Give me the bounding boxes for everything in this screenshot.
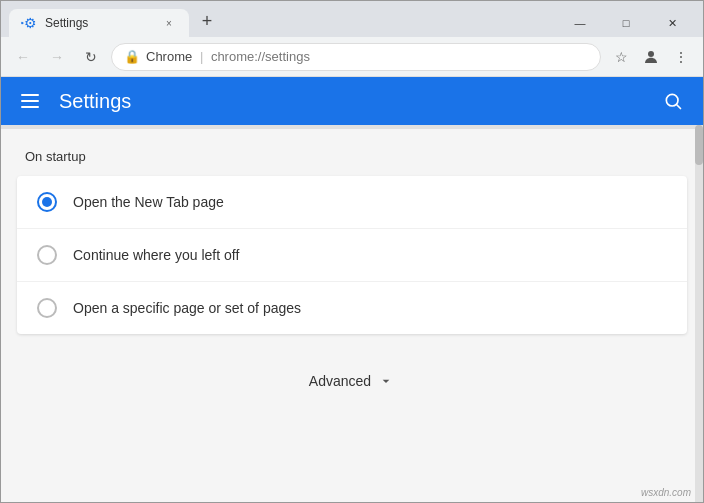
option-specific-page[interactable]: Open a specific page or set of pages (17, 282, 687, 334)
title-bar: ⚙ Settings × + — □ ✕ (1, 1, 703, 37)
settings-header: Settings (1, 77, 703, 125)
account-button[interactable] (637, 43, 665, 71)
svg-line-2 (677, 105, 681, 109)
new-tab-button[interactable]: + (193, 7, 221, 35)
scroll-indicator (1, 125, 703, 129)
option-new-tab-label: Open the New Tab page (73, 194, 224, 210)
window-controls: — □ ✕ (549, 1, 703, 37)
tab-close-btn[interactable]: × (161, 15, 177, 31)
address-bar[interactable]: 🔒 Chrome | chrome://settings (111, 43, 601, 71)
radio-new-tab[interactable] (37, 192, 57, 212)
browser-window: ⚙ Settings × + — □ ✕ ← → ↻ 🔒 Chrome | ch… (0, 0, 704, 503)
scrollbar-track[interactable] (695, 125, 703, 502)
scrollbar-thumb[interactable] (695, 125, 703, 165)
watermark: wsxdn.com (641, 487, 691, 498)
startup-options-card: Open the New Tab page Continue where you… (17, 176, 687, 334)
address-text: Chrome | chrome://settings (146, 49, 588, 64)
minimize-button[interactable]: — (557, 9, 603, 37)
close-button[interactable]: ✕ (649, 9, 695, 37)
advanced-button[interactable]: Advanced (293, 364, 411, 398)
address-separator: | (200, 49, 203, 64)
back-button[interactable]: ← (9, 43, 37, 71)
toolbar: ← → ↻ 🔒 Chrome | chrome://settings ☆ ⋮ (1, 37, 703, 77)
page-content: On startup Open the New Tab page Continu… (1, 125, 703, 502)
radio-continue[interactable] (37, 245, 57, 265)
address-url: chrome://settings (211, 49, 310, 64)
on-startup-section-title: On startup (1, 129, 703, 176)
forward-button[interactable]: → (43, 43, 71, 71)
tabs-area: ⚙ Settings × + (1, 1, 549, 37)
bookmark-button[interactable]: ☆ (607, 43, 635, 71)
option-specific-page-label: Open a specific page or set of pages (73, 300, 301, 316)
option-continue-label: Continue where you left off (73, 247, 239, 263)
tab-title: Settings (45, 16, 153, 30)
active-tab[interactable]: ⚙ Settings × (9, 9, 189, 37)
radio-specific-page[interactable] (37, 298, 57, 318)
maximize-button[interactable]: □ (603, 9, 649, 37)
chrome-menu-button[interactable]: ⋮ (667, 43, 695, 71)
advanced-section: Advanced (1, 334, 703, 418)
site-icon: 🔒 (124, 49, 140, 64)
chevron-down-icon (377, 372, 395, 390)
advanced-button-label: Advanced (309, 373, 371, 389)
settings-search-icon[interactable] (659, 87, 687, 115)
option-new-tab[interactable]: Open the New Tab page (17, 176, 687, 229)
option-continue[interactable]: Continue where you left off (17, 229, 687, 282)
tab-favicon: ⚙ (21, 15, 37, 31)
hamburger-menu-icon[interactable] (17, 90, 43, 112)
toolbar-actions: ☆ ⋮ (607, 43, 695, 71)
svg-point-0 (648, 51, 654, 57)
site-name: Chrome (146, 49, 192, 64)
reload-button[interactable]: ↻ (77, 43, 105, 71)
settings-page-title: Settings (59, 90, 643, 113)
